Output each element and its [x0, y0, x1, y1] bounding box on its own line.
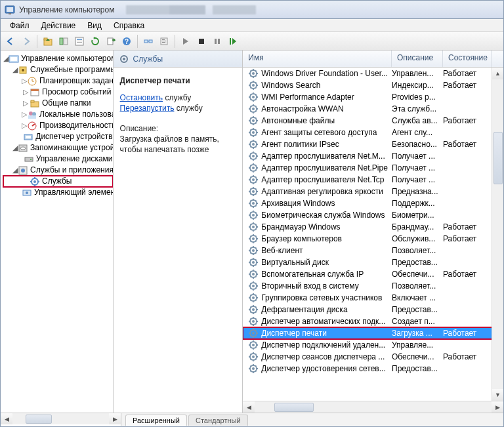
tree-perf[interactable]: ▷Производительность — [3, 120, 113, 131]
col-name[interactable]: Имя — [243, 51, 392, 67]
tree-scheduler[interactable]: ▷Планировщик заданий — [3, 75, 113, 87]
service-row[interactable]: Автонастройка WWANЭта служб... — [243, 103, 503, 115]
up-button[interactable] — [41, 34, 55, 49]
forward-button[interactable] — [19, 34, 33, 49]
refresh-button[interactable] — [88, 34, 102, 49]
scroll-right-icon[interactable]: ▶ — [492, 401, 503, 413]
service-row[interactable]: Агент защиты сетевого доступаАгент слу..… — [243, 127, 503, 138]
tree-hscroll[interactable]: ◀ ▶ — [1, 413, 121, 424]
properties-button[interactable] — [72, 34, 87, 49]
service-title: Диспетчер печати — [120, 76, 190, 85]
scroll-down-icon[interactable]: ▼ — [492, 389, 503, 401]
col-state[interactable]: Состояние — [443, 51, 492, 67]
service-desc: Обслужив... — [392, 234, 443, 243]
svg-point-300 — [252, 356, 255, 358]
svg-rect-24 — [230, 38, 231, 45]
tree-services[interactable]: Службы — [3, 176, 113, 187]
tree-event[interactable]: ▷Просмотр событий — [3, 87, 113, 98]
service-row[interactable]: Агент политики IPsecБезопасно...Работает — [243, 138, 503, 150]
service-row[interactable]: Архивация WindowsПоддержк... — [243, 197, 503, 209]
service-row[interactable]: Браузер компьютеровОбслужив...Работает — [243, 233, 503, 245]
tree-storage[interactable]: ◢Запоминающие устройс — [3, 142, 113, 153]
service-row[interactable]: Брандмауэр WindowsБрандмау...Работает — [243, 221, 503, 233]
col-desc[interactable]: Описание — [392, 51, 443, 67]
tree-scroll-left-icon[interactable]: ◀ — [1, 413, 12, 424]
scroll-up-icon[interactable]: ▲ — [492, 68, 503, 79]
menu-view[interactable]: Вид — [82, 20, 107, 31]
service-row[interactable]: WMI Performance AdapterProvides p... — [243, 91, 503, 103]
svg-rect-4 — [44, 38, 47, 40]
service-desc: Включает ... — [392, 293, 443, 302]
svg-point-290 — [252, 344, 255, 346]
scrollbar-vertical[interactable]: ▲ ▼ — [492, 68, 503, 401]
service-row[interactable]: Диспетчер сеансов диспетчера ...Обеспечи… — [243, 351, 503, 363]
svg-rect-8 — [77, 39, 82, 40]
stop-link[interactable]: Остановить — [120, 93, 163, 102]
tree-systools[interactable]: ◢Служебные программы — [3, 64, 113, 75]
service-desc: Безопасно... — [392, 140, 443, 149]
restart-link[interactable]: Перезапустить — [120, 104, 175, 113]
tree-users-label: Локальные пользоват — [39, 109, 114, 120]
tree-users[interactable]: ▷Локальные пользоват — [3, 109, 113, 120]
menu-file[interactable]: Файл — [5, 20, 35, 31]
scroll-thumb[interactable] — [494, 132, 503, 184]
tree-wmi[interactable]: Управляющий элемен — [3, 187, 113, 198]
service-row[interactable]: Веб-клиентПозволяет... — [243, 245, 503, 256]
scroll-left-icon[interactable]: ◀ — [243, 401, 255, 413]
service-row[interactable]: Адаптер прослушивателя Net.M...Получает … — [243, 150, 503, 162]
scrollbar-horizontal[interactable]: ◀ ▶ — [243, 401, 503, 413]
tree-devmgr[interactable]: Диспетчер устройств — [3, 131, 113, 142]
back-button[interactable] — [3, 34, 18, 49]
service-desc: Provides p... — [392, 92, 443, 102]
service-row[interactable]: Windows SearchИндексир...Работает — [243, 79, 503, 91]
tree-devmgr-label: Диспетчер устройств — [35, 131, 112, 142]
service-row[interactable]: Виртуальный дискПредостав... — [243, 256, 503, 268]
tree-scroll-thumb[interactable] — [26, 415, 52, 424]
restart-button[interactable] — [226, 34, 240, 49]
service-row[interactable]: Группировка сетевых участниковВключает .… — [243, 292, 503, 304]
svg-line-236 — [255, 276, 257, 277]
svg-line-215 — [251, 248, 252, 249]
svg-rect-22 — [215, 39, 217, 44]
pause-button[interactable] — [210, 34, 224, 49]
tree-shared[interactable]: ▷Общие папки — [3, 98, 113, 109]
stop-button[interactable] — [194, 34, 209, 49]
service-row[interactable]: Windows Driver Foundation - User...Управ… — [243, 68, 503, 79]
tree-diskmgr[interactable]: Управление дисками — [3, 153, 113, 165]
menu-help[interactable]: Справка — [108, 20, 150, 31]
tab-standard[interactable]: Стандартный — [188, 415, 248, 426]
service-row[interactable]: Вспомогательная служба IPОбеспечи...Рабо… — [243, 268, 503, 280]
service-row[interactable]: Автономные файлыСлужба ав...Работает — [243, 115, 503, 127]
service-name: Дефрагментация диска — [261, 305, 392, 314]
tree-apps[interactable]: ◢Службы и приложения — [3, 165, 113, 176]
service-row[interactable]: Дефрагментация дискаПредостав... — [243, 304, 503, 315]
tree-shared-label: Общие папки — [42, 98, 91, 109]
svg-line-85 — [251, 94, 252, 96]
help-button[interactable]: ? — [119, 34, 134, 49]
play-button[interactable] — [178, 34, 193, 49]
service-row[interactable]: Адаптивная регулировка яркостиПредназна.… — [243, 186, 503, 197]
service-row[interactable]: Биометрическая служба WindowsБиометри... — [243, 209, 503, 221]
scroll-thumb-h[interactable] — [274, 403, 314, 412]
service-row[interactable]: Диспетчер автоматических подк...Создает … — [243, 315, 503, 327]
service-name: WMI Performance Adapter — [261, 92, 392, 102]
connect-button[interactable] — [141, 34, 156, 49]
action-button[interactable] — [157, 34, 171, 49]
service-row[interactable]: Адаптер прослушивателя Net.PipeПолучает … — [243, 162, 503, 174]
tree-root[interactable]: ◢Управление компьютером (л — [3, 53, 113, 64]
service-row[interactable]: Диспетчер подключений удален...Управляе.… — [243, 339, 503, 351]
menu-action[interactable]: Действие — [36, 20, 81, 31]
list-pane: Имя Описание Состояние Windows Driver Fo… — [243, 51, 503, 413]
tab-extended[interactable]: Расширенный — [125, 415, 187, 426]
export-button[interactable] — [104, 34, 118, 49]
svg-point-200 — [252, 237, 255, 240]
show-hide-button[interactable] — [56, 34, 71, 49]
tree-scroll-right-icon[interactable]: ▶ — [109, 413, 121, 424]
service-row[interactable]: Адаптер прослушивателя Net.TcpПолучает .… — [243, 174, 503, 186]
titlebar-blur — [126, 5, 270, 14]
service-row[interactable]: Диспетчер удостоверения сетев...Предоста… — [243, 363, 503, 375]
svg-line-266 — [255, 312, 257, 313]
service-row[interactable]: Диспетчер печатиЗагрузка ...Работает — [243, 327, 503, 339]
svg-point-120 — [252, 143, 255, 146]
service-row[interactable]: Вторичный вход в системуПозволяет... — [243, 280, 503, 292]
